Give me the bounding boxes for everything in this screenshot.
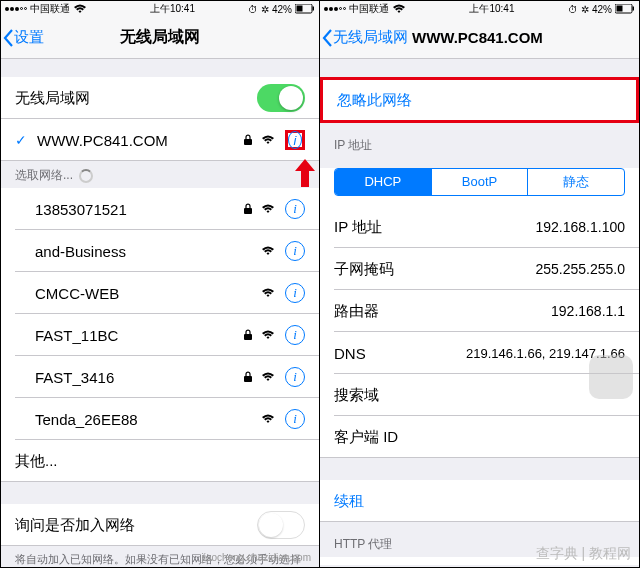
network-row[interactable]: Tenda_26EE88i [1, 398, 319, 440]
wifi-status-icon [392, 3, 406, 15]
svg-rect-9 [632, 7, 634, 11]
chevron-left-icon [3, 29, 14, 47]
choose-network-header: 选取网络... [1, 161, 319, 188]
back-label: 无线局域网 [333, 28, 408, 47]
alarm-icon: ⏱ [248, 4, 258, 15]
wifi-icon [261, 203, 275, 215]
ip-row: IP 地址192.168.1.100 [320, 206, 639, 248]
other-network-row[interactable]: 其他... [1, 440, 319, 482]
battery-icon [295, 4, 315, 14]
renew-lease-row[interactable]: 续租 [320, 480, 639, 522]
network-name: Tenda_26EE88 [35, 411, 261, 428]
forget-network-label: 忽略此网络 [337, 91, 622, 110]
ip-mode-segment[interactable]: DHCP BootP 静态 [334, 168, 625, 196]
wifi-master-label: 无线局域网 [15, 89, 257, 108]
svg-rect-4 [244, 208, 252, 214]
info-button[interactable]: i [285, 325, 305, 345]
renew-lease-label: 续租 [334, 492, 625, 511]
svg-rect-2 [312, 7, 314, 11]
battery-pct: 42% [592, 4, 612, 15]
lock-icon [243, 134, 253, 146]
network-row[interactable]: 13853071521i [1, 188, 319, 230]
status-time: 上午10:41 [469, 2, 514, 16]
network-row[interactable]: CMCC-WEBi [1, 272, 319, 314]
wifi-icon [261, 134, 275, 146]
network-row[interactable]: and-Businessi [1, 230, 319, 272]
network-row[interactable]: FAST_11BCi [1, 314, 319, 356]
back-button[interactable]: 设置 [1, 28, 44, 47]
seg-static[interactable]: 静态 [527, 169, 624, 195]
red-arrow-icon [295, 159, 315, 187]
ask-join-row: 询问是否加入网络 [1, 504, 319, 546]
status-bar: 中国联通 上午10:41 ⏱ ✲ 42% [1, 1, 319, 17]
mask-value: 255.255.255.0 [535, 261, 625, 277]
assistive-touch-icon[interactable] [589, 355, 633, 399]
info-button[interactable]: i [285, 283, 305, 303]
ip-value: 192.168.1.100 [535, 219, 625, 235]
client-id-row[interactable]: 客户端 ID [320, 416, 639, 458]
status-bar: 中国联通 上午10:41 ⏱ ✲ 42% [320, 1, 639, 17]
dns-label: DNS [334, 345, 466, 362]
page-title: WWW.PC841.COM [412, 29, 543, 46]
page-title: 无线局域网 [120, 27, 200, 48]
seg-dhcp[interactable]: DHCP [335, 169, 431, 195]
lock-icon [243, 329, 253, 341]
info-button[interactable]: i [285, 409, 305, 429]
carrier-label: 中国联通 [30, 2, 70, 16]
network-name: FAST_11BC [35, 327, 243, 344]
navbar: 设置 无线局域网 [1, 17, 319, 59]
ask-join-label: 询问是否加入网络 [15, 516, 257, 535]
check-icon: ✓ [15, 132, 27, 148]
wifi-toggle[interactable] [257, 84, 305, 112]
svg-rect-8 [616, 6, 622, 12]
status-time: 上午10:41 [150, 2, 195, 16]
ask-join-toggle[interactable] [257, 511, 305, 539]
wifi-icon [261, 329, 275, 341]
svg-rect-3 [244, 139, 252, 145]
mask-label: 子网掩码 [334, 260, 535, 279]
wifi-icon [261, 371, 275, 383]
other-label: 其他... [15, 452, 305, 471]
alarm-icon: ⏱ [568, 4, 578, 15]
router-value: 192.168.1.1 [551, 303, 625, 319]
connected-network-name: WWW.PC841.COM [37, 132, 243, 149]
network-name: FAST_3416 [35, 369, 243, 386]
network-name: 13853071521 [35, 201, 243, 218]
ip-section-header: IP 地址 [320, 123, 639, 158]
info-button[interactable]: i [285, 199, 305, 219]
wifi-icon [261, 287, 275, 299]
seg-bootp[interactable]: BootP [431, 169, 528, 195]
network-row[interactable]: FAST_3416i [1, 356, 319, 398]
svg-rect-1 [296, 6, 302, 12]
wifi-master-row: 无线局域网 [1, 77, 319, 119]
search-domain-label: 搜索域 [334, 386, 625, 405]
spinner-icon [79, 169, 93, 183]
svg-rect-5 [244, 334, 252, 340]
wifi-icon [261, 413, 275, 425]
lock-icon [243, 203, 253, 215]
info-button[interactable]: i [285, 241, 305, 261]
back-label: 设置 [14, 28, 44, 47]
signal-dots-icon [5, 7, 27, 11]
watermark: 查字典 | 教程网 [536, 545, 631, 563]
wifi-icon [261, 245, 275, 257]
battery-pct: 42% [272, 4, 292, 15]
signal-dots-icon [324, 7, 346, 11]
carrier-label: 中国联通 [349, 2, 389, 16]
watermark: jiaocheng.chazidian.com [201, 552, 311, 563]
info-button[interactable]: i [285, 367, 305, 387]
ip-label: IP 地址 [334, 218, 535, 237]
router-row: 路由器192.168.1.1 [320, 290, 639, 332]
navbar: 无线局域网 WWW.PC841.COM [320, 17, 639, 59]
chevron-left-icon [322, 29, 333, 47]
forget-network-row[interactable]: 忽略此网络 [320, 77, 639, 123]
network-name: and-Business [35, 243, 261, 260]
choose-network-label: 选取网络... [15, 167, 73, 184]
client-id-label: 客户端 ID [334, 428, 625, 447]
network-name: CMCC-WEB [35, 285, 261, 302]
info-button[interactable]: i [285, 130, 305, 150]
battery-icon [615, 4, 635, 14]
wifi-status-icon [73, 3, 87, 15]
connected-network-row[interactable]: ✓ WWW.PC841.COM i [1, 119, 319, 161]
back-button[interactable]: 无线局域网 [320, 28, 408, 47]
